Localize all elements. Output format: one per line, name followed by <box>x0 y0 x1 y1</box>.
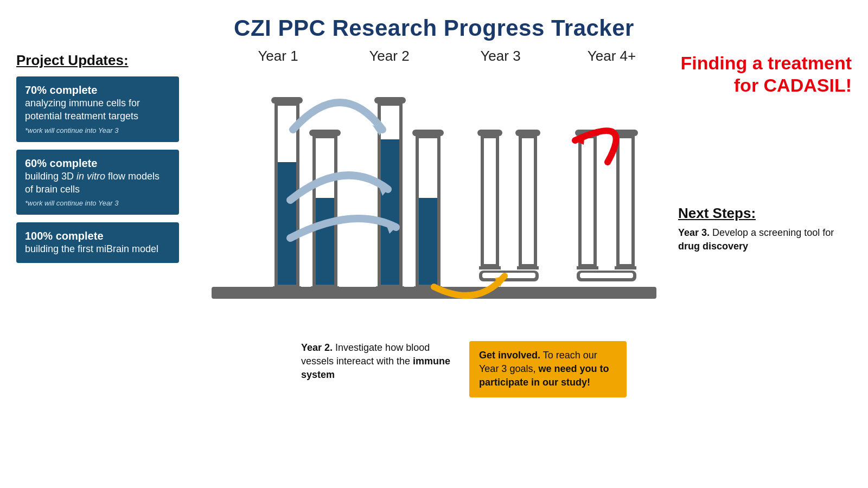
svg-rect-44 <box>580 273 633 278</box>
page-title: CZI PPC Research Progress Tracker <box>0 0 868 47</box>
card1-percent: 70% complete <box>25 84 170 97</box>
svg-rect-16 <box>412 130 444 136</box>
svg-rect-13 <box>376 286 404 297</box>
next-steps-desc: Year 3. Develop a screening tool for dru… <box>678 226 852 253</box>
card2-percent: 60% complete <box>25 157 170 170</box>
project-updates-title: Project Updates: <box>16 52 179 69</box>
svg-rect-26 <box>515 130 540 136</box>
svg-rect-1 <box>271 97 303 104</box>
card2-desc: building 3D in vitro flow models of brai… <box>25 170 170 196</box>
card1-desc: analyzing immune cells for potential tre… <box>25 97 170 123</box>
svg-rect-41 <box>620 138 631 264</box>
svg-rect-20 <box>419 198 437 285</box>
svg-rect-29 <box>522 138 534 264</box>
svg-rect-8 <box>311 286 339 297</box>
card3-desc: building the first miBrain model <box>25 242 170 255</box>
svg-rect-24 <box>484 138 496 264</box>
update-card-1: 70% complete analyzing immune cells for … <box>16 76 179 142</box>
card1-note: *work will continue into Year 3 <box>25 126 170 134</box>
svg-rect-21 <box>477 130 502 136</box>
update-card-2: 60% complete building 3D in vitro flow m… <box>16 150 179 215</box>
svg-rect-36 <box>582 138 593 264</box>
card3-percent: 100% complete <box>25 230 170 242</box>
left-panel: Project Updates: 70% complete analyzing … <box>16 47 179 271</box>
svg-rect-6 <box>309 130 341 136</box>
svg-rect-3 <box>273 286 301 297</box>
bottom-captions: Year 2. Investigate how blood vessels in… <box>231 341 627 486</box>
finding-treatment-text: Finding a treatment for CADASIL! <box>678 52 852 97</box>
card2-note: *work will continue into Year 3 <box>25 199 170 207</box>
tube-svg-container <box>184 59 673 363</box>
update-card-3: 100% complete building the first miBrain… <box>16 222 179 263</box>
center-diagram: Year 1 Year 2 Year 3 Year 4+ <box>179 47 678 486</box>
svg-rect-10 <box>316 198 334 285</box>
svg-rect-32 <box>482 273 535 278</box>
next-steps-title: Next Steps: <box>678 205 852 222</box>
main-content: Project Updates: 70% complete analyzing … <box>0 47 868 486</box>
right-panel: Finding a treatment for CADASIL! Next St… <box>678 47 852 253</box>
svg-rect-11 <box>374 97 406 104</box>
svg-rect-15 <box>381 139 399 285</box>
svg-rect-5 <box>278 162 296 285</box>
